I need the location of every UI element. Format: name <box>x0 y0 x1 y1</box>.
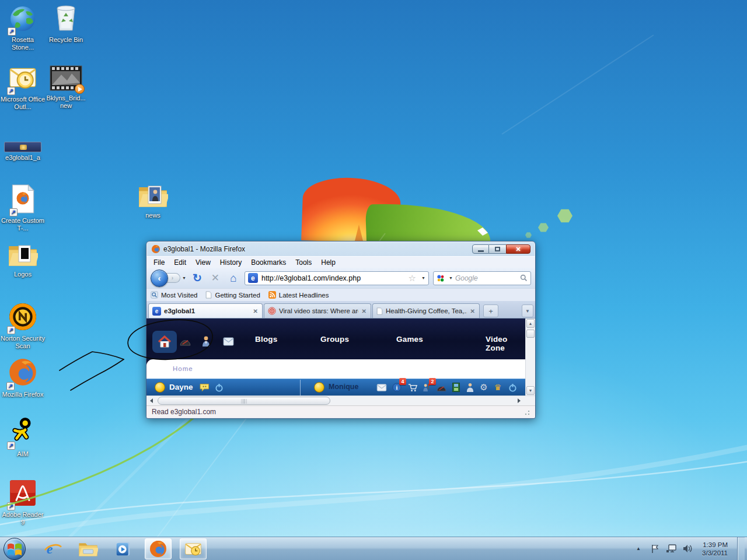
vertical-scroll-thumb[interactable] <box>526 330 535 338</box>
taskbar-clock[interactable]: 1:39 PM 3/3/2011 <box>699 541 731 557</box>
list-all-tabs-icon[interactable]: ▼ <box>522 304 533 317</box>
friend-requests-icon[interactable]: 2 <box>421 382 432 393</box>
window-titlebar[interactable]: e3global1 - Mozilla Firefox ✕ <box>146 242 535 256</box>
taskbar-windows-explorer[interactable] <box>75 538 102 559</box>
show-hidden-icons-chevron[interactable]: ▲ <box>633 544 644 554</box>
volume-icon[interactable] <box>682 544 693 554</box>
desktop-icon-news-folder[interactable]: news <box>130 183 176 219</box>
bookmark-star-icon[interactable]: ☆ <box>409 273 416 284</box>
menu-file[interactable]: File <box>149 258 169 267</box>
taskbar-firefox[interactable] <box>145 538 172 559</box>
tab-close-icon[interactable]: ✕ <box>361 308 367 314</box>
maximize-button[interactable] <box>489 244 506 254</box>
menu-edit[interactable]: Edit <box>169 258 191 267</box>
start-button[interactable] <box>4 538 26 560</box>
tab-health-coffee[interactable]: Health-Giving Coffee, Tea,... ✕ <box>372 303 480 318</box>
horizontal-scroll-thumb[interactable] <box>158 397 330 405</box>
home-icon[interactable]: ⌂ <box>226 272 240 285</box>
minimize-button[interactable] <box>472 244 489 254</box>
desktop-icon-bklyns-bridge-video[interactable]: Bklyns_Brid... new <box>43 65 89 110</box>
firefox-document-icon: ↗ <box>11 184 35 215</box>
taskbar-media-player[interactable] <box>110 538 137 559</box>
shortcut-arrow-icon: ↗ <box>7 502 15 510</box>
desktop-icon-e3global1-a[interactable]: e3global1_a <box>0 142 46 162</box>
site-gauge-icon[interactable] <box>179 336 191 346</box>
videos-film-icon[interactable] <box>451 382 461 393</box>
close-button[interactable]: ✕ <box>506 244 530 254</box>
tab-close-icon[interactable]: ✕ <box>253 308 259 314</box>
menu-tools[interactable]: Tools <box>291 258 316 267</box>
tab-viral-video[interactable]: Viral video stars: Where are... ✕ <box>264 303 371 318</box>
tab-e3global1[interactable]: e e3global1 ✕ <box>148 303 263 318</box>
action-center-flag-icon[interactable] <box>650 544 660 554</box>
desktop-icon-create-custom-t[interactable]: ↗ Create Custom T-... <box>0 184 46 232</box>
new-tab-button[interactable]: + <box>483 304 498 317</box>
back-button[interactable]: ‹ <box>151 270 168 287</box>
horizontal-scrollbar[interactable] <box>146 396 535 405</box>
network-icon[interactable] <box>666 544 676 554</box>
desktop-icon-adobe-reader[interactable]: ↗ Adobe Reader 9 <box>0 478 46 526</box>
notifications-icon[interactable]: i 4 <box>392 382 402 393</box>
stop-icon[interactable]: ✕ <box>208 272 222 285</box>
nav-link-video-zone[interactable]: Video Zone <box>486 335 525 352</box>
settings-gear-icon[interactable]: ⚙ <box>479 382 489 393</box>
bookmark-most-visited[interactable]: Most Visited <box>151 291 197 299</box>
dashboard-gauge-icon[interactable] <box>436 382 446 393</box>
tab-close-icon[interactable]: ✕ <box>470 308 476 314</box>
avatar[interactable] <box>314 382 324 393</box>
scroll-up-icon[interactable]: ▲ <box>526 319 535 328</box>
bookmark-latest-headlines[interactable]: Latest Headlines <box>268 291 329 299</box>
logout-power-icon[interactable] <box>507 382 518 393</box>
logout-power-icon[interactable] <box>214 382 224 393</box>
cart-icon[interactable] <box>407 382 418 393</box>
site-profile-icon[interactable] <box>200 336 212 346</box>
bookmark-getting-started[interactable]: Getting Started <box>205 291 260 299</box>
taskbar-internet-explorer[interactable]: e <box>40 538 67 559</box>
nav-link-games[interactable]: Games <box>396 335 423 344</box>
history-dropdown-icon[interactable]: ▼ <box>182 276 186 280</box>
desktop-icon-logos-folder[interactable]: Logos <box>0 242 46 278</box>
desktop-icon-recycle-bin[interactable]: Recycle Bin <box>43 4 89 44</box>
desktop-icon-aim[interactable]: ↗ AIM <box>0 418 46 458</box>
globe-icon: ↗ <box>9 5 37 34</box>
nav-link-groups[interactable]: Groups <box>320 335 349 344</box>
nav-link-blogs[interactable]: Blogs <box>255 335 278 344</box>
desktop-icon-norton[interactable]: ↗ Norton Security Scan <box>0 302 46 350</box>
address-text[interactable]: http://e3global1.com/index.php <box>261 274 405 282</box>
scroll-down-icon[interactable]: ▼ <box>526 386 535 395</box>
desktop-icon-label: Recycle Bin <box>49 36 83 44</box>
site-home-button[interactable] <box>152 331 177 353</box>
address-bar[interactable]: e http://e3global1.com/index.php ☆ ▼ <box>245 271 429 285</box>
vertical-scrollbar[interactable]: ▲ ▼ <box>525 318 535 396</box>
scroll-left-icon[interactable] <box>147 397 156 405</box>
scroll-right-icon[interactable] <box>515 397 523 405</box>
show-desktop-button[interactable] <box>737 537 745 560</box>
breadcrumb[interactable]: Home <box>173 365 193 372</box>
menu-view[interactable]: View <box>191 258 215 267</box>
premium-crown-icon[interactable]: ♛ <box>493 382 503 393</box>
site-mail-icon[interactable] <box>222 336 234 346</box>
resize-grip[interactable] <box>523 409 530 415</box>
menu-history[interactable]: History <box>215 258 246 267</box>
reload-icon[interactable]: ↻ <box>190 272 204 285</box>
taskbar-outlook[interactable] <box>180 538 207 559</box>
member-name-monique[interactable]: Monique <box>329 383 358 391</box>
member-name-dayne[interactable]: Dayne <box>169 383 193 391</box>
desktop-icon-rosetta-stone[interactable]: ↗ Rosetta Stone... <box>0 5 46 51</box>
search-magnifier-icon[interactable] <box>520 274 528 282</box>
outlook-icon: ↗ <box>8 63 37 94</box>
messages-mail-icon[interactable] <box>376 382 387 393</box>
annotation-arrow-upper-stroke <box>60 352 124 370</box>
menu-help[interactable]: Help <box>316 258 340 267</box>
search-engine-dropdown-icon[interactable]: ▼ <box>449 276 453 280</box>
avatar[interactable] <box>155 382 165 393</box>
url-dropdown-icon[interactable]: ▼ <box>421 276 425 280</box>
chat-bubble-icon[interactable] <box>199 382 210 393</box>
play-badge-icon <box>75 84 85 94</box>
search-placeholder[interactable]: Google <box>455 274 518 282</box>
profile-icon[interactable] <box>465 382 475 393</box>
menu-bookmarks[interactable]: Bookmarks <box>246 258 291 267</box>
desktop-icon-outlook[interactable]: ↗ Microsoft Office Outl... <box>0 63 46 111</box>
search-box[interactable]: ▼ Google <box>433 271 531 285</box>
desktop-icon-firefox[interactable]: ↗ Mozilla Firefox <box>0 357 46 398</box>
